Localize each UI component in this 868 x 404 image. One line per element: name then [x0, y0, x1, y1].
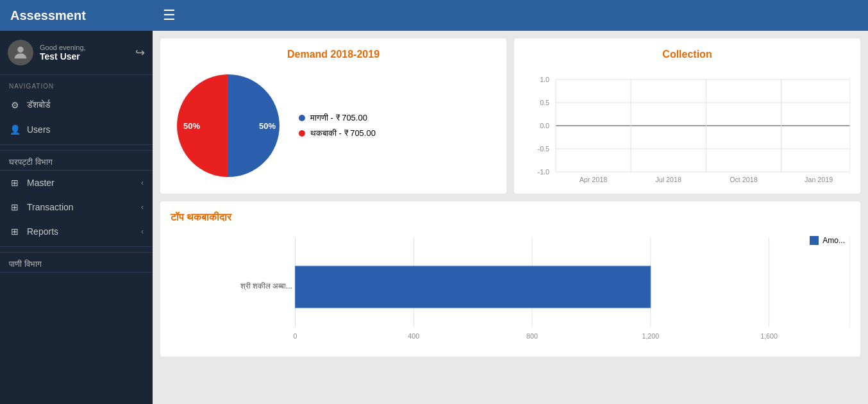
- collection-title: Collection: [524, 49, 850, 60]
- sidebar-item-users[interactable]: 👤 Users: [0, 117, 153, 142]
- bar-card: टॉप थकबाकीदार श्री शकील अब्बा... 0: [160, 201, 860, 357]
- arrow-icon-transaction: ‹: [141, 203, 144, 212]
- hamburger-button[interactable]: ☰: [163, 7, 176, 24]
- bar-title: टॉप थकबाकीदार: [171, 212, 850, 223]
- user-section: Good evening, Test User ↪: [0, 31, 153, 75]
- legend-item-arrear: थकबाकी - ₹ 705.00: [299, 128, 376, 139]
- svg-text:Apr 2018: Apr 2018: [580, 176, 608, 183]
- legend-item-demand: मागणी - ₹ 705.00: [299, 113, 376, 123]
- svg-text:Oct 2018: Oct 2018: [730, 176, 758, 183]
- main-layout: Good evening, Test User ↪ NAVIGATION ⚙ ड…: [0, 31, 868, 404]
- sidebar-item-transaction[interactable]: ⊞ Transaction ‹: [0, 195, 153, 219]
- svg-text:-1.0: -1.0: [538, 168, 549, 176]
- collection-chart: 1.0 0.5 0.0 -0.5 -1.0 Apr 2018 Jul 2018 …: [524, 68, 850, 183]
- app-header: Assessment ☰: [0, 0, 868, 31]
- svg-text:श्री शकील अब्बा...: श्री शकील अब्बा...: [240, 282, 292, 290]
- section-gharpatti: घरपट्टी विभाग: [0, 150, 153, 171]
- svg-text:1,600: 1,600: [760, 332, 778, 340]
- sidebar-item-master[interactable]: ⊞ Master ‹: [0, 171, 153, 195]
- reports-label: Reports: [27, 226, 58, 237]
- svg-text:400: 400: [408, 332, 419, 340]
- svg-text:-0.5: -0.5: [538, 145, 549, 153]
- svg-text:1.0: 1.0: [540, 76, 549, 83]
- pie-legend: मागणी - ₹ 705.00 थकबाकी - ₹ 705.00: [299, 113, 376, 139]
- master-label: Master: [27, 178, 54, 188]
- grid-icon-transaction: ⊞: [9, 202, 21, 212]
- svg-text:Jan 2019: Jan 2019: [805, 176, 833, 183]
- divider-2: [0, 246, 153, 247]
- bar-legend: Amo...: [810, 236, 845, 245]
- collection-card: Collection: [514, 38, 860, 194]
- arrow-icon-reports: ‹: [141, 227, 144, 236]
- legend-dot-red: [299, 130, 305, 137]
- nav-label: NAVIGATION: [0, 75, 153, 92]
- grid-icon-master: ⊞: [9, 178, 21, 188]
- top-row: Demand 2018-2019 50% 50%: [160, 38, 860, 194]
- svg-text:800: 800: [526, 332, 538, 340]
- divider-1: [0, 144, 153, 145]
- demand-content: 50% 50% मागणी - ₹ 705.00 थकबाकी - ₹ 705.…: [171, 68, 496, 183]
- user-greeting: Good evening,: [40, 44, 135, 51]
- arrow-icon-master: ‹: [141, 178, 144, 187]
- logout-button[interactable]: ↪: [135, 46, 145, 60]
- users-label: Users: [27, 124, 51, 135]
- sidebar: Good evening, Test User ↪ NAVIGATION ⚙ ड…: [0, 31, 153, 404]
- pie-label-right: 50%: [259, 121, 276, 131]
- svg-text:0: 0: [294, 332, 297, 340]
- app-title: Assessment: [10, 8, 163, 23]
- demand-title: Demand 2018-2019: [171, 49, 496, 60]
- sidebar-item-reports[interactable]: ⊞ Reports ‹: [0, 219, 153, 244]
- svg-text:Jul 2018: Jul 2018: [655, 176, 681, 183]
- bar-chart-area: श्री शकील अब्बा... 0 400 800 1,200 1,600: [171, 231, 850, 346]
- pie-chart: 50% 50%: [171, 68, 286, 183]
- demand-card: Demand 2018-2019 50% 50%: [160, 38, 506, 194]
- bar-legend-box: [810, 236, 819, 245]
- main-content: Demand 2018-2019 50% 50%: [153, 31, 868, 404]
- svg-point-0: [17, 47, 23, 53]
- legend-label-arrear: थकबाकी - ₹ 705.00: [310, 128, 376, 139]
- svg-rect-27: [295, 266, 650, 308]
- bar-legend-label: Amo...: [822, 236, 845, 245]
- gear-icon: ⚙: [9, 100, 21, 110]
- pie-label-left: 50%: [183, 121, 200, 131]
- svg-text:0.5: 0.5: [540, 99, 549, 106]
- legend-label-demand: मागणी - ₹ 705.00: [310, 113, 367, 123]
- sidebar-item-dashboard[interactable]: ⚙ डॅशबोर्ड: [0, 92, 153, 117]
- transaction-label: Transaction: [27, 202, 74, 212]
- users-icon: 👤: [9, 124, 21, 135]
- svg-text:1,200: 1,200: [642, 332, 659, 340]
- user-name: Test User: [40, 51, 135, 62]
- avatar: [8, 40, 33, 65]
- dashboard-label: डॅशबोर्ड: [27, 99, 51, 110]
- grid-icon-reports: ⊞: [9, 226, 21, 237]
- legend-dot-blue: [299, 115, 305, 121]
- section-pani: पाणी विभाग: [0, 252, 153, 273]
- svg-text:0.0: 0.0: [540, 122, 549, 130]
- user-info: Good evening, Test User: [40, 44, 135, 62]
